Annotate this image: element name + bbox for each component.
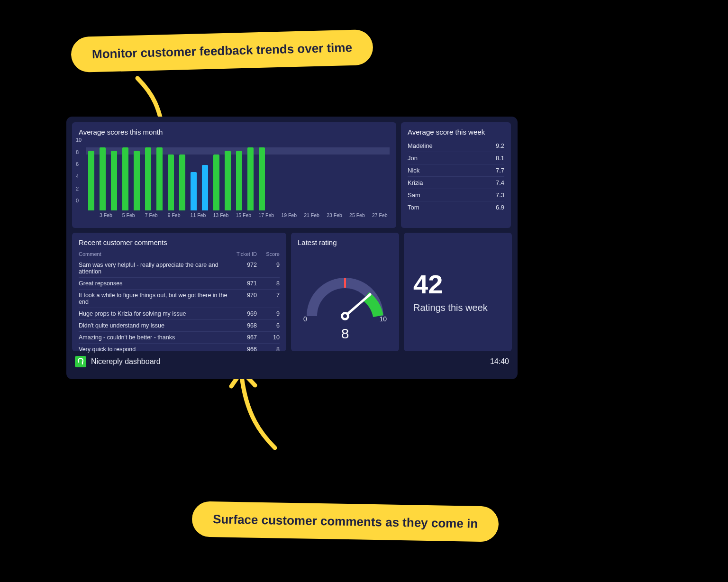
agent-score: 9.2 [496,142,504,149]
panel-average-score-week: Average score this week Madeline9.2Jon8.… [401,122,511,228]
agent-row: Nick7.7 [408,164,504,177]
agent-score: 7.7 [496,167,504,174]
x-tick: 27 Feb [372,212,378,218]
cell-comment: Didn't quite understand my issue [79,322,228,329]
panel-recent-comments: Recent customer comments Comment Ticket … [72,233,286,351]
agent-name: Madeline [408,142,433,149]
gauge-max: 10 [379,315,387,323]
x-tick: 15 Feb [236,212,242,218]
cell-ticket: 966 [228,346,257,353]
x-tick: 23 Feb [327,212,333,218]
panel-ratings-count: 42 Ratings this week [404,233,512,351]
agent-row: Krizia7.4 [408,177,504,189]
y-tick: 4 [76,174,82,186]
col-header-comment: Comment [79,251,228,257]
annotation-callout-bottom: Surface customer comments as they come i… [191,501,499,542]
x-tick: 17 Feb [258,212,264,218]
agent-row: Jon8.1 [408,152,504,164]
chart-bar [259,147,265,210]
chart-bar [111,151,117,210]
agent-name: Sam [408,191,420,199]
cell-ticket: 970 [228,292,257,305]
row-top: Average scores this month 1086420 x3 Feb… [72,122,512,228]
cell-ticket: 971 [228,280,257,287]
table-row: Huge props to Krizia for solving my issu… [79,308,280,319]
x-tick: 25 Feb [349,212,355,218]
cell-ticket: 969 [228,310,257,317]
table-row: Didn't quite understand my issue9686 [79,319,280,331]
comment-list: Sam was very helpful - really appreciate… [79,259,280,355]
annotation-callout-top: Monitor customer feedback trends over ti… [71,29,373,73]
cell-comment: Amazing - couldn't be better - thanks [79,334,228,341]
agent-row: Madeline9.2 [408,140,504,152]
chart-bar [236,151,242,210]
nicereply-logo-icon [75,356,86,367]
chart-bar [145,147,151,210]
x-tick: 19 Feb [281,212,287,218]
panel-title: Latest rating [298,238,392,246]
agent-score: 8.1 [496,155,504,162]
cell-ticket: 967 [228,334,257,341]
x-tick: 21 Feb [304,212,310,218]
y-tick: 0 [76,198,82,210]
chart-bar [225,151,231,210]
dashboard-footer: Nicereply dashboard 14:40 [72,356,512,367]
chart-bar [100,147,106,210]
cell-ticket: 968 [228,322,257,329]
y-tick: 2 [76,186,82,199]
cell-comment: Great repsonses [79,280,228,287]
y-tick: 10 [76,137,82,150]
panel-title: Recent customer comments [79,238,280,246]
agent-score: 6.9 [496,204,504,211]
agent-row: Tom6.9 [408,201,504,213]
cell-comment: It took a while to figure things out, bu… [79,292,228,305]
panel-title: Average score this week [408,128,504,136]
gauge-min: 0 [303,315,307,323]
cell-score: 8 [257,346,280,353]
cell-score: 8 [257,280,280,287]
agent-name: Krizia [408,179,423,186]
clock: 14:40 [490,357,509,366]
panel-latest-rating: Latest rating 0 10 8 [291,233,399,351]
chart-y-axis: 1086420 [76,137,82,210]
chart-bar [156,147,163,210]
chart-bar [202,165,208,210]
chart-x-axis: x3 Febx5 Febx7 Febx9 Febx11 Febx13 Febx1… [86,212,390,218]
agent-name: Nick [408,167,419,174]
y-tick: 6 [76,162,82,174]
callout-text: Surface customer comments as they come i… [213,512,478,531]
table-row: Amazing - couldn't be better - thanks967… [79,331,280,343]
x-tick: 5 Feb [122,212,128,218]
agent-name: Jon [408,155,418,162]
agent-list: Madeline9.2Jon8.1Nick7.7Krizia7.4Sam7.3T… [408,140,504,213]
x-tick: 11 Feb [191,212,197,218]
row-bottom: Recent customer comments Comment Ticket … [72,233,512,351]
agent-score: 7.4 [496,179,504,186]
agent-row: Sam7.3 [408,189,504,201]
cell-comment: Huge props to Krizia for solving my issu… [79,310,228,317]
dashboard-title: Nicereply dashboard [91,357,161,366]
chart-bar [122,147,128,210]
panel-title: Average scores this month [79,128,390,136]
chart-bar [247,147,254,210]
cell-ticket: 972 [228,262,257,275]
chart-bars [86,140,390,210]
chart-bar [213,155,219,210]
cell-score: 6 [257,322,280,329]
dashboard-main: Average scores this month 1086420 x3 Feb… [66,117,518,379]
svg-line-0 [345,294,370,316]
agent-score: 7.3 [496,191,504,199]
cell-comment: Sam was very helpful - really appreciate… [79,262,228,275]
table-row: Sam was very helpful - really appreciate… [79,259,280,277]
agent-name: Tom [408,204,419,211]
x-tick: 3 Feb [100,212,106,218]
col-header-score: Score [257,251,280,257]
chart-bar [179,155,185,210]
cell-comment: Very quick to respond [79,346,228,353]
cell-score: 10 [257,334,280,341]
chart-bar [168,155,174,210]
callout-text: Monitor customer feedback trends over ti… [92,40,353,61]
x-tick: 9 Feb [168,212,174,218]
x-tick: 7 Feb [145,212,151,218]
table-row: Great repsonses9718 [79,277,280,289]
